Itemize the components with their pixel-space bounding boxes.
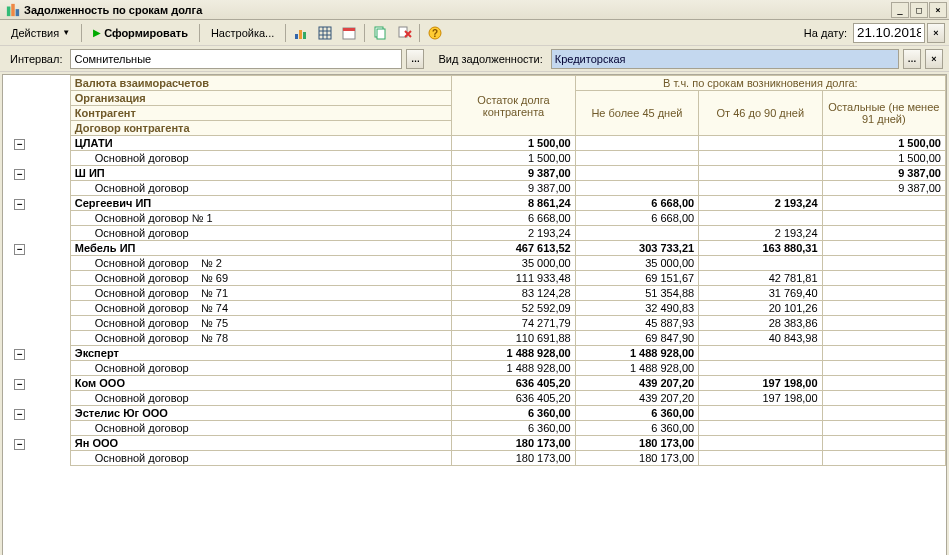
cell-value — [822, 286, 945, 301]
row-name: Ш ИП — [70, 166, 451, 181]
cell-value — [699, 346, 822, 361]
interval-input[interactable]: Сомнительные — [70, 49, 402, 69]
cell-value: 111 933,48 — [452, 271, 575, 286]
maximize-button[interactable]: □ — [910, 2, 928, 18]
cell-value: 69 847,90 — [575, 331, 698, 346]
clear-date-button[interactable]: × — [927, 23, 945, 43]
cell-value — [822, 241, 945, 256]
cell-value: 6 668,00 — [575, 196, 698, 211]
table-row[interactable]: Основной договор2 193,242 193,24 — [3, 226, 946, 241]
cell-value — [822, 346, 945, 361]
chart-icon[interactable] — [290, 22, 312, 44]
row-name: Основной договор № 74 — [70, 301, 451, 316]
svg-rect-6 — [319, 27, 331, 39]
debt-type-lookup-button[interactable]: … — [903, 49, 921, 69]
svg-rect-14 — [377, 29, 385, 39]
cell-value — [822, 451, 945, 466]
debt-type-label: Вид задолженности: — [434, 53, 546, 65]
row-name: Ком ООО — [70, 376, 451, 391]
table-row[interactable]: Основной договор № 7183 124,2851 354,883… — [3, 286, 946, 301]
cell-value: 467 613,52 — [452, 241, 575, 256]
table-row[interactable]: −Сергеевич ИП8 861,246 668,002 193,24 — [3, 196, 946, 211]
table-row[interactable]: −ЦЛАТИ1 500,001 500,00 — [3, 136, 946, 151]
cell-value — [699, 211, 822, 226]
table-icon[interactable] — [314, 22, 336, 44]
cell-value: 40 843,98 — [699, 331, 822, 346]
date-input[interactable] — [853, 23, 925, 43]
table-row[interactable]: Основной договор1 500,001 500,00 — [3, 151, 946, 166]
table-row[interactable]: Основной договор № 235 000,0035 000,00 — [3, 256, 946, 271]
row-name: Основной договор № 2 — [70, 256, 451, 271]
collapse-toggle[interactable]: − — [14, 379, 25, 390]
cell-value: 6 360,00 — [452, 421, 575, 436]
table-row[interactable]: Основной договор № 69111 933,4869 151,67… — [3, 271, 946, 286]
row-name: Основной договор № 75 — [70, 316, 451, 331]
cell-value: 6 668,00 — [452, 211, 575, 226]
cell-value: 1 500,00 — [452, 151, 575, 166]
cell-value: 180 173,00 — [575, 436, 698, 451]
actions-menu[interactable]: Действия▼ — [4, 24, 77, 42]
interval-lookup-button[interactable]: … — [406, 49, 424, 69]
table-row[interactable]: Основной договор6 360,006 360,00 — [3, 421, 946, 436]
cell-value — [822, 226, 945, 241]
table-row[interactable]: Основной договор1 488 928,001 488 928,00 — [3, 361, 946, 376]
minimize-button[interactable]: _ — [891, 2, 909, 18]
collapse-toggle[interactable]: − — [14, 199, 25, 210]
cell-value — [575, 181, 698, 196]
col-header-p3: Остальные (не менее 91 дней) — [822, 91, 945, 136]
cell-value: 1 500,00 — [822, 151, 945, 166]
cell-value: 197 198,00 — [699, 376, 822, 391]
cell-value — [575, 151, 698, 166]
calendar-icon[interactable] — [338, 22, 360, 44]
row-name: Основной договор — [70, 361, 451, 376]
collapse-toggle[interactable]: − — [14, 349, 25, 360]
row-name: Сергеевич ИП — [70, 196, 451, 211]
table-row[interactable]: Основной договор636 405,20439 207,20197 … — [3, 391, 946, 406]
cell-value: 42 781,81 — [699, 271, 822, 286]
debt-type-clear-button[interactable]: × — [925, 49, 943, 69]
collapse-toggle[interactable]: − — [14, 439, 25, 450]
table-row[interactable]: −Эксперт1 488 928,001 488 928,00 — [3, 346, 946, 361]
row-name: Основной договор — [70, 151, 451, 166]
delete-icon[interactable] — [393, 22, 415, 44]
collapse-toggle[interactable]: − — [14, 169, 25, 180]
cell-value: 83 124,28 — [452, 286, 575, 301]
cell-value — [699, 451, 822, 466]
cell-value: 439 207,20 — [575, 376, 698, 391]
table-row[interactable]: Основной договор № 78110 691,8869 847,90… — [3, 331, 946, 346]
help-icon[interactable]: ? — [424, 22, 446, 44]
cell-value: 1 500,00 — [452, 136, 575, 151]
table-row[interactable]: −Эстелис Юг ООО6 360,006 360,00 — [3, 406, 946, 421]
report-area[interactable]: Валюта взаиморасчетов Остаток долга конт… — [2, 74, 947, 555]
collapse-toggle[interactable]: − — [14, 244, 25, 255]
debt-type-select[interactable]: Кредиторская — [551, 49, 899, 69]
svg-rect-0 — [7, 6, 11, 16]
row-name: Основной договор № 69 — [70, 271, 451, 286]
table-row[interactable]: −Ян ООО180 173,00180 173,00 — [3, 436, 946, 451]
cell-value — [822, 391, 945, 406]
table-row[interactable]: Основной договор180 173,00180 173,00 — [3, 451, 946, 466]
table-row[interactable]: Основной договор № 7574 271,7945 887,932… — [3, 316, 946, 331]
titlebar: Задолженность по срокам долга _ □ × — [0, 0, 949, 20]
table-row[interactable]: Основной договор № 7452 592,0932 490,832… — [3, 301, 946, 316]
table-row[interactable]: Основной договор № 16 668,006 668,00 — [3, 211, 946, 226]
cell-value — [699, 361, 822, 376]
row-name: Основной договор № 78 — [70, 331, 451, 346]
cell-value: 74 271,79 — [452, 316, 575, 331]
collapse-toggle[interactable]: − — [14, 139, 25, 150]
table-row[interactable]: −Мебель ИП467 613,52303 733,21163 880,31 — [3, 241, 946, 256]
table-row[interactable]: −Ш ИП9 387,009 387,00 — [3, 166, 946, 181]
settings-button[interactable]: Настройка... — [204, 24, 281, 42]
copy-icon[interactable] — [369, 22, 391, 44]
table-row[interactable]: −Ком ООО636 405,20439 207,20197 198,00 — [3, 376, 946, 391]
cell-value: 1 488 928,00 — [575, 346, 698, 361]
cell-value — [822, 361, 945, 376]
collapse-toggle[interactable]: − — [14, 409, 25, 420]
generate-button[interactable]: ▶Сформировать — [86, 24, 195, 42]
cell-value: 6 668,00 — [575, 211, 698, 226]
table-row[interactable]: Основной договор9 387,009 387,00 — [3, 181, 946, 196]
cell-value: 2 193,24 — [699, 196, 822, 211]
cell-value — [822, 331, 945, 346]
close-button[interactable]: × — [929, 2, 947, 18]
svg-rect-3 — [295, 34, 298, 39]
